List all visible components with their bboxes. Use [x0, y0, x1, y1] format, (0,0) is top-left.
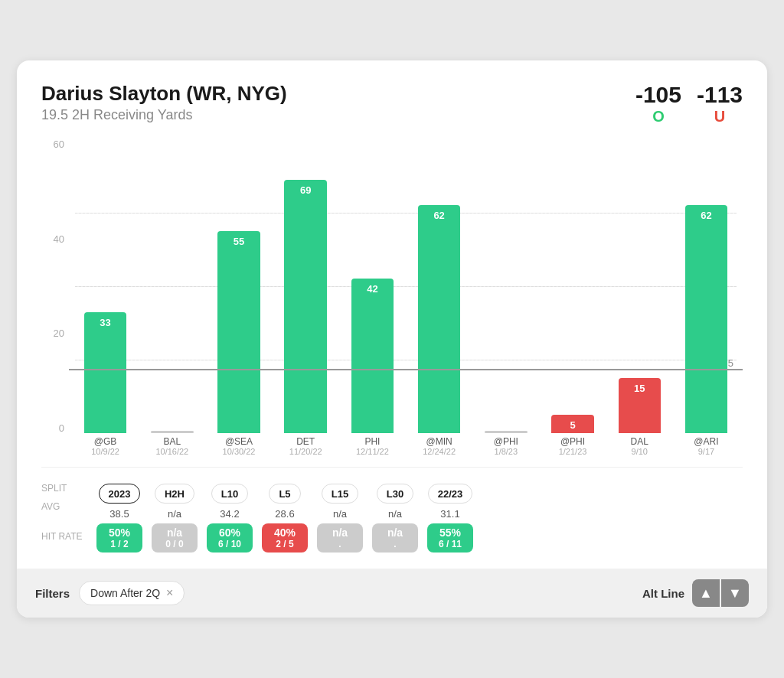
split-col-avg: 28.6: [275, 505, 294, 522]
bar-group: 62: [676, 139, 737, 433]
hit-rate-frac: 6 / 10: [218, 539, 241, 549]
split-col-avg: 31.1: [440, 505, 459, 522]
split-col-avg: 38.5: [109, 505, 129, 522]
x-label-group: PHI12/11/22: [342, 433, 403, 461]
bar: 55: [217, 231, 260, 433]
y-label-40: 40: [54, 234, 64, 244]
hit-rate-badge: 60%6 / 10: [207, 523, 253, 553]
split-col[interactable]: L30n/an/a.: [371, 484, 420, 553]
hit-rate-frac: 2 / 5: [276, 539, 293, 549]
bar-wrapper: [142, 139, 202, 433]
split-row-label-avg: AVG: [41, 498, 84, 515]
alt-line-down-button[interactable]: ▼: [721, 579, 749, 607]
split-col[interactable]: 22/2331.155%6 / 11: [426, 484, 475, 553]
split-col-avg: n/a: [168, 505, 181, 522]
split-col-label[interactable]: 2023: [99, 484, 141, 504]
bar-wrapper: 33: [75, 139, 136, 433]
x-label-date: 9/17: [676, 447, 737, 456]
split-col[interactable]: L528.640%2 / 5: [260, 484, 309, 553]
bar: 69: [284, 180, 326, 433]
alt-line-buttons: ▲ ▼: [692, 579, 749, 607]
y-label-20: 20: [54, 328, 64, 338]
hit-rate-frac: 1 / 2: [110, 539, 128, 549]
bar-wrapper: 62: [409, 139, 469, 433]
hit-rate-frac: 6 / 11: [439, 539, 462, 549]
x-label-top: BAL: [142, 436, 202, 447]
hit-rate-badge: n/a.: [372, 523, 418, 553]
bar-value-label: 42: [367, 283, 377, 295]
x-label-date: 1/8/23: [475, 447, 536, 456]
odds-under-label: U: [697, 108, 743, 125]
bar-wrapper: 15: [609, 139, 670, 433]
x-label-group: @PHI1/21/23: [542, 433, 603, 461]
footer-left: Filters Down After 2Q ×: [35, 581, 185, 605]
odds-over-value: -105: [635, 82, 681, 108]
split-col-label[interactable]: L15: [322, 484, 358, 504]
bar-wrapper: 5: [542, 139, 603, 433]
bar-wrapper: 42: [342, 139, 403, 433]
bar: 15: [619, 378, 661, 433]
filter-chip[interactable]: Down After 2Q ×: [79, 581, 185, 605]
x-label-top: @GB: [75, 436, 136, 447]
split-col-label[interactable]: L10: [211, 484, 248, 504]
hit-rate-badge: 40%2 / 5: [262, 523, 308, 553]
bar-value-label: 62: [433, 210, 444, 221]
x-label-date: 10/9/22: [75, 447, 136, 456]
x-label-date: 11/20/22: [276, 447, 336, 456]
hit-rate-badge: n/a.: [317, 523, 363, 553]
x-label-top: @PHI: [542, 436, 603, 447]
x-label-top: @PHI: [475, 436, 536, 447]
hit-rate-pct: 50%: [109, 526, 130, 539]
hit-rate-frac: .: [338, 539, 341, 549]
alt-line-label: Alt Line: [642, 587, 684, 600]
bar: 5: [551, 415, 593, 433]
bar-value-label: 55: [234, 236, 244, 247]
odds-over-block: -105 O: [635, 82, 681, 125]
hit-rate-frac: .: [394, 539, 396, 549]
hit-rate-frac: 0 / 0: [165, 539, 183, 549]
hit-rate-pct: 40%: [274, 526, 296, 539]
filter-chip-close[interactable]: ×: [166, 586, 173, 600]
main-card: Darius Slayton (WR, NYG) 19.5 2H Receivi…: [17, 60, 767, 618]
split-row-label-split: SPLIT: [41, 480, 84, 497]
bar-group: 15: [609, 139, 670, 433]
hit-rate-badge: n/a0 / 0: [152, 523, 198, 553]
split-col-avg: 34.2: [220, 505, 239, 522]
y-label-0: 0: [59, 423, 64, 433]
split-col-label[interactable]: L30: [377, 484, 413, 504]
splits-section: SPLIT AVG HIT RATE 202338.550%1 / 2H2Hn/…: [41, 467, 743, 556]
x-label-top: @MIN: [409, 436, 469, 447]
bar-value-label: 15: [634, 383, 645, 394]
bar: 62: [685, 205, 727, 433]
x-label-group: DAL9/10: [609, 433, 670, 461]
x-label-date: 10/30/22: [208, 447, 269, 456]
y-label-60: 60: [54, 139, 64, 149]
bar-wrapper: [475, 139, 536, 433]
header-left: Darius Slayton (WR, NYG) 19.5 2H Receivi…: [41, 82, 287, 123]
subtitle: 19.5 2H Receiving Yards: [41, 107, 287, 123]
split-col[interactable]: 202338.550%1 / 2: [95, 484, 144, 553]
x-label-group: @SEA10/30/22: [208, 433, 269, 461]
alt-line-up-button[interactable]: ▲: [692, 579, 720, 607]
bar-wrapper: 62: [676, 139, 737, 433]
x-label-top: PHI: [342, 436, 403, 447]
split-col-label[interactable]: H2H: [155, 484, 194, 504]
split-col[interactable]: L1034.260%6 / 10: [205, 484, 254, 553]
bar-group: 5: [542, 139, 603, 433]
split-col[interactable]: H2Hn/an/a0 / 0: [150, 484, 199, 553]
x-label-date: 10/16/22: [142, 447, 202, 456]
x-label-group: BAL10/16/22: [142, 433, 202, 461]
footer: Filters Down After 2Q × Alt Line ▲ ▼: [17, 569, 767, 618]
split-col-label[interactable]: L5: [269, 484, 300, 504]
split-row-label-hitrate: HIT RATE: [41, 517, 84, 556]
bar-group: 55: [208, 139, 269, 433]
bar: 33: [84, 312, 126, 433]
split-col[interactable]: L15n/an/a.: [315, 484, 364, 553]
x-label-date: 12/11/22: [342, 447, 403, 456]
bar-value-label: 5: [570, 419, 575, 431]
x-label-top: DET: [276, 436, 336, 447]
footer-right: Alt Line ▲ ▼: [642, 579, 749, 607]
x-label-group: @MIN12/24/22: [409, 433, 469, 461]
x-label-date: 12/24/22: [409, 447, 469, 456]
split-col-label[interactable]: 22/23: [428, 484, 473, 504]
